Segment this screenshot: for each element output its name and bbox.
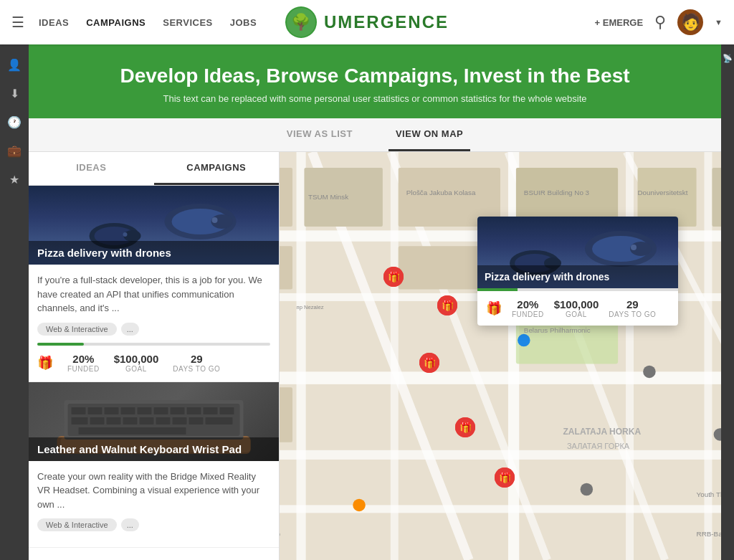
svg-rect-34 bbox=[79, 427, 186, 435]
map-marker-1[interactable]: 🎁 bbox=[383, 267, 404, 287]
svg-rect-41 bbox=[280, 505, 721, 513]
tab-view-list[interactable]: VIEW AS LIST bbox=[280, 118, 360, 151]
svg-rect-15 bbox=[72, 407, 86, 414]
popup-funded-stat: 20% FUNDED bbox=[512, 298, 544, 318]
map-marker-5[interactable]: 🎁 bbox=[495, 468, 515, 488]
rss-icon[interactable]: 📡 bbox=[721, 52, 734, 65]
nav-right-actions: + EMERGE ⚲ 🧑 ▼ bbox=[595, 9, 723, 35]
svg-rect-30 bbox=[156, 417, 171, 424]
hero-banner: Develop Ideas, Browse Campaigns, Invest … bbox=[29, 44, 721, 118]
svg-text:Youth Theatre: Youth Theatre bbox=[697, 490, 721, 498]
nav-ideas[interactable]: IDEAS bbox=[39, 17, 69, 28]
panel-tab-ideas[interactable]: IDEAS bbox=[29, 152, 154, 185]
campaign-2-tags: Web & Interactive ... bbox=[37, 518, 270, 531]
campaign-card-1-image: Pizza delivery with drones bbox=[29, 186, 279, 265]
campaign-1-tag-more: ... bbox=[121, 323, 139, 336]
emerge-button[interactable]: + EMERGE bbox=[595, 17, 644, 28]
nav-links: IDEAS CAMPAIGNS SERVICES JOBS bbox=[39, 17, 257, 28]
campaign-1-funded-label: FUNDED bbox=[67, 365, 100, 373]
right-sidebar: 📡 bbox=[721, 44, 734, 560]
map-marker-2[interactable]: 🎁 bbox=[437, 295, 457, 315]
gift-icon: 🎁 bbox=[37, 355, 53, 371]
svg-rect-29 bbox=[140, 417, 154, 424]
panel-tab-campaigns[interactable]: CAMPAIGNS bbox=[154, 152, 280, 185]
svg-rect-47 bbox=[391, 152, 399, 560]
avatar-image: 🧑 bbox=[681, 13, 700, 32]
sidebar-download-icon[interactable]: ⬇ bbox=[1, 80, 27, 106]
svg-text:Belarus Philharmonic: Belarus Philharmonic bbox=[524, 326, 591, 334]
avatar[interactable]: 🧑 bbox=[677, 9, 703, 35]
svg-rect-18 bbox=[121, 407, 135, 414]
svg-rect-17 bbox=[105, 407, 119, 414]
campaign-1-body: If you're a full-stack developer, this i… bbox=[29, 265, 279, 381]
sidebar-clock-icon[interactable]: 🕐 bbox=[1, 109, 27, 135]
campaign-2-title: Leather and Walnut Keyboard Wrist Pad bbox=[29, 437, 279, 461]
popup-goal-label: GOAL bbox=[566, 310, 587, 318]
app-logo[interactable]: 🌳 UMERGENCE bbox=[285, 6, 449, 38]
svg-point-92 bbox=[631, 245, 637, 250]
search-icon[interactable]: ⚲ bbox=[654, 13, 666, 32]
svg-point-74 bbox=[518, 334, 530, 347]
svg-text:ZALATAJA HORKA: ZALATAJA HORKA bbox=[563, 427, 642, 437]
map-area[interactable]: TSUM Minsk Plošča Jakuba Kolasa BSUIR Bu… bbox=[280, 152, 721, 560]
svg-text:TSUM Minsk: TSUM Minsk bbox=[308, 193, 348, 201]
nav-jobs[interactable]: JOBS bbox=[230, 17, 257, 28]
campaign-1-goal-stat: $100,000 GOAL bbox=[114, 353, 159, 373]
campaign-1-funded-stat: 20% FUNDED bbox=[67, 353, 100, 373]
campaign-card-2[interactable]: Leather and Walnut Keyboard Wrist Pad Cr… bbox=[29, 382, 279, 549]
campaign-1-goal-value: $100,000 bbox=[114, 353, 159, 365]
svg-point-10 bbox=[123, 232, 128, 237]
svg-rect-50 bbox=[705, 152, 712, 560]
campaign-1-funded-value: 20% bbox=[72, 353, 94, 365]
popup-funded-label: FUNDED bbox=[512, 310, 544, 318]
svg-rect-57 bbox=[280, 246, 292, 289]
svg-point-75 bbox=[353, 499, 366, 512]
campaign-1-tag-1: Web & Interactive bbox=[37, 323, 117, 336]
campaign-2-tag-more: ... bbox=[121, 518, 139, 531]
campaign-1-days-value: 29 bbox=[191, 353, 203, 365]
hamburger-menu[interactable]: ☰ bbox=[11, 14, 24, 31]
app-name: UMERGENCE bbox=[324, 12, 449, 32]
svg-text:Douniversitetskt: Douniversitetskt bbox=[637, 189, 687, 196]
campaign-card-1[interactable]: Pizza delivery with drones If you're a f… bbox=[29, 186, 279, 382]
campaign-2-body: Create your own reality with the Bridge … bbox=[29, 461, 279, 548]
svg-text:Plošča Jakuba Kolasa: Plošča Jakuba Kolasa bbox=[406, 189, 476, 196]
sidebar-star-icon[interactable]: ★ bbox=[1, 166, 27, 192]
map-marker-3[interactable]: 🎁 bbox=[419, 353, 439, 373]
left-sidebar: 👤 ⬇ 🕐 💼 ★ bbox=[0, 44, 29, 560]
popup-stats: 🎁 20% FUNDED $100,000 GOAL 29 DAYS TO GO bbox=[477, 291, 678, 326]
popup-gift-icon: 🎁 bbox=[486, 300, 502, 316]
svg-rect-49 bbox=[626, 152, 634, 560]
campaign-1-title: Pizza delivery with drones bbox=[29, 241, 279, 265]
campaign-1-days-stat: 29 DAYS TO GO bbox=[173, 353, 220, 373]
svg-text:🎁: 🎁 bbox=[499, 472, 512, 484]
sidebar-profile-icon[interactable]: 👤 bbox=[1, 52, 27, 77]
main-content: Develop Ideas, Browse Campaigns, Invest … bbox=[29, 44, 721, 560]
svg-rect-56 bbox=[712, 168, 721, 227]
tab-view-map[interactable]: VIEW ON MAP bbox=[389, 118, 470, 151]
campaign-1-progress-bar-bg bbox=[37, 343, 270, 346]
avatar-dropdown-icon[interactable]: ▼ bbox=[715, 18, 723, 27]
svg-text:🎁: 🎁 bbox=[459, 422, 472, 434]
campaign-1-progress-bar bbox=[37, 343, 84, 346]
popup-goal-value: $100,000 bbox=[554, 298, 599, 310]
popup-funded-value: 20% bbox=[517, 298, 538, 310]
svg-point-77 bbox=[643, 366, 656, 379]
sidebar-briefcase-icon[interactable]: 💼 bbox=[1, 138, 27, 163]
svg-rect-19 bbox=[138, 407, 152, 414]
svg-rect-20 bbox=[154, 407, 168, 414]
campaign-1-days-label: DAYS TO GO bbox=[173, 365, 220, 373]
hero-title: Develop Ideas, Browse Campaigns, Invest … bbox=[43, 65, 707, 87]
nav-campaigns[interactable]: CAMPAIGNS bbox=[86, 17, 146, 28]
map-popup: Pizza delivery with drones 🎁 20% FUNDED … bbox=[477, 217, 678, 326]
svg-text:🎁: 🎁 bbox=[442, 300, 454, 312]
logo-icon: 🌳 bbox=[285, 6, 317, 38]
svg-rect-33 bbox=[206, 417, 233, 424]
svg-rect-23 bbox=[204, 407, 218, 414]
campaign-1-stats: 🎁 20% FUNDED $100,000 GOAL 29 DAYS TO GO bbox=[37, 353, 270, 373]
map-marker-4[interactable]: 🎁 bbox=[455, 417, 475, 437]
popup-image: Pizza delivery with drones bbox=[477, 217, 678, 288]
nav-services[interactable]: SERVICES bbox=[163, 17, 213, 28]
campaign-1-goal-label: GOAL bbox=[125, 365, 147, 373]
campaign-2-description: Create your own reality with the Bridge … bbox=[37, 470, 270, 512]
